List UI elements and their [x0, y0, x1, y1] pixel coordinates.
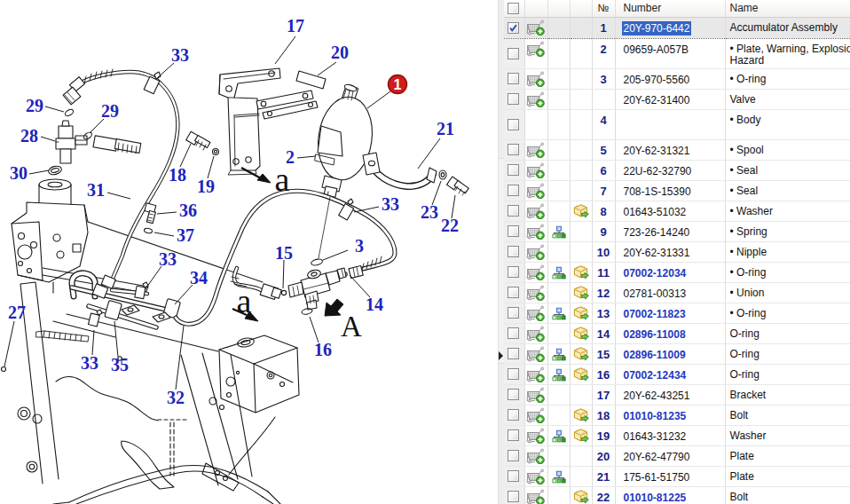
svg-text:14: 14 — [366, 295, 383, 314]
svg-text:16: 16 — [314, 340, 332, 359]
svg-text:29: 29 — [26, 96, 43, 115]
svg-text:28: 28 — [20, 126, 38, 146]
svg-text:3: 3 — [355, 236, 364, 256]
svg-text:33: 33 — [382, 194, 399, 214]
svg-text:1: 1 — [394, 77, 402, 92]
svg-text:19: 19 — [197, 177, 215, 196]
svg-text:33: 33 — [171, 45, 189, 65]
svg-text:18: 18 — [169, 165, 186, 185]
svg-text:31: 31 — [87, 180, 105, 200]
svg-text:20: 20 — [331, 43, 349, 62]
svg-text:23: 23 — [421, 202, 438, 222]
svg-text:a: a — [237, 282, 252, 319]
svg-text:29: 29 — [101, 101, 119, 121]
svg-text:30: 30 — [10, 163, 28, 183]
svg-text:34: 34 — [190, 268, 208, 287]
svg-text:36: 36 — [179, 201, 197, 220]
svg-text:22: 22 — [441, 216, 459, 235]
svg-text:27: 27 — [8, 303, 26, 322]
svg-text:21: 21 — [437, 119, 454, 138]
svg-text:2: 2 — [286, 147, 295, 167]
svg-text:32: 32 — [167, 388, 185, 407]
svg-text:17: 17 — [287, 16, 304, 35]
svg-text:37: 37 — [177, 225, 194, 245]
svg-text:33: 33 — [159, 249, 177, 269]
svg-text:15: 15 — [275, 243, 293, 263]
svg-text:A: A — [341, 311, 362, 343]
svg-text:35: 35 — [111, 355, 129, 374]
svg-text:33: 33 — [81, 353, 98, 373]
